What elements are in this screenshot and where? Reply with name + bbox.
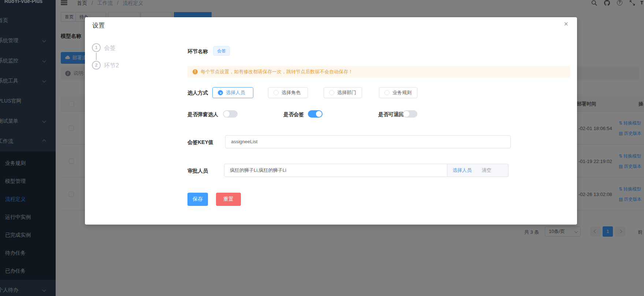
radio-icon <box>329 90 334 95</box>
countersign-label: 是否会签 <box>283 111 304 118</box>
mode-select-role[interactable]: 选择角色 <box>268 87 308 98</box>
countersign-key-input[interactable]: assigneeList <box>225 135 511 148</box>
mode-business-rule[interactable]: 业务规则 <box>379 87 417 98</box>
approver-input[interactable]: 疯狂的狮子Li,疯狂的狮子Li <box>224 164 447 177</box>
countersign-key-label: 会签KEY值 <box>187 139 213 146</box>
settings-dialog: 设置 × 1 会签 2 环节2 环节名称 会签 ! 每个节点设置，如有修改都请保… <box>85 17 577 225</box>
returnable-label: 是否可退回 <box>378 111 404 118</box>
step-connector <box>96 53 97 60</box>
approver-label: 审批人员 <box>187 168 208 174</box>
mode-select-person[interactable]: 选择人员 <box>212 87 253 98</box>
pick-person-button[interactable]: 选择人员 <box>447 164 477 177</box>
step-2-circle[interactable]: 2 <box>92 61 101 70</box>
clear-button[interactable]: 清空 <box>477 164 496 177</box>
countersign-toggle[interactable] <box>308 110 323 118</box>
dialog-title: 设置 <box>92 21 105 30</box>
select-mode-label: 选人方式 <box>187 90 208 96</box>
save-button[interactable]: 保存 <box>187 193 208 206</box>
approver-input-append: 选择人员 清空 <box>447 164 509 177</box>
node-name-label: 环节名称 <box>187 48 208 55</box>
popup-select-toggle[interactable] <box>223 110 238 118</box>
radio-icon <box>384 90 390 95</box>
radio-icon <box>218 90 223 95</box>
step-1-label[interactable]: 会签 <box>104 44 116 52</box>
close-icon[interactable]: × <box>564 20 568 27</box>
warning-alert: ! 每个节点设置，如有修改都请保存一次，跳转节点后数据不会自动保存！ <box>187 66 570 78</box>
popup-select-label: 是否弹窗选人 <box>187 111 218 118</box>
warning-icon: ! <box>193 69 198 74</box>
radio-icon <box>273 90 279 95</box>
mode-select-dept[interactable]: 选择部门 <box>324 87 362 98</box>
returnable-toggle[interactable] <box>403 110 417 118</box>
node-name-tag: 会签 <box>213 46 230 56</box>
step-1-circle[interactable]: 1 <box>92 43 101 52</box>
app-root: { "colors": { "accent": "#409eff", "dang… <box>0 0 644 296</box>
warning-text: 每个节点设置，如有修改都请保存一次，跳转节点后数据不会自动保存！ <box>201 69 353 75</box>
reset-button[interactable]: 重置 <box>216 193 241 206</box>
step-2-label[interactable]: 环节2 <box>104 62 119 70</box>
